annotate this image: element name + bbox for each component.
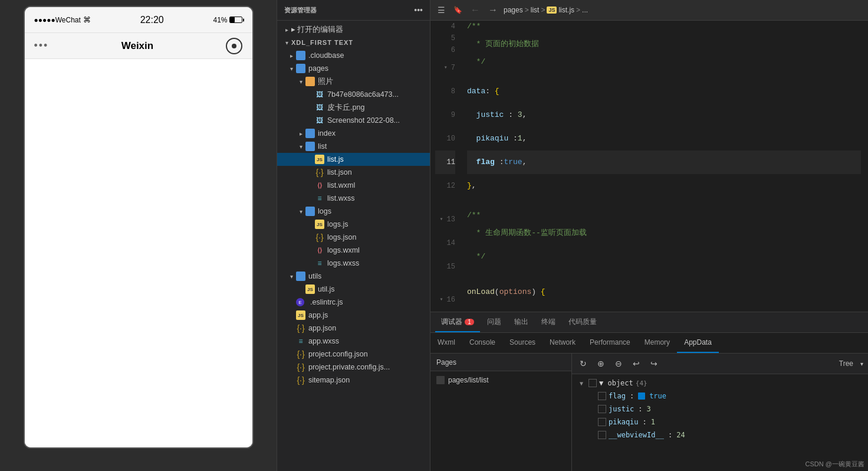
line-num-empty1 xyxy=(435,198,455,208)
tree-item-logswxss[interactable]: ≡ logs.wxss xyxy=(277,257,430,270)
chevron-icon xyxy=(296,207,305,216)
tree-item-logswxml[interactable]: ⟨⟩ logs.wxml xyxy=(277,244,430,257)
file-label: .eslintrc.js xyxy=(310,298,430,306)
data-row-justic: justic : 3 xyxy=(572,403,868,416)
dropdown-arrow[interactable]: ▾ xyxy=(860,361,863,367)
fold-arrow[interactable]: ▾ xyxy=(444,56,448,80)
fold-arrow[interactable]: ▾ xyxy=(440,208,443,231)
project-root[interactable]: XDL_FIRST TEXT xyxy=(277,36,430,49)
spacer xyxy=(305,155,315,164)
tree-item-photos[interactable]: 照片 xyxy=(277,75,430,88)
tree-item-projectconfig[interactable]: {·} project.config.json xyxy=(277,348,430,361)
tab-network[interactable]: Network xyxy=(542,333,583,353)
open-editors-section[interactable]: ▸ 打开的编辑器 xyxy=(277,23,430,36)
code-line-9: justic : 3, xyxy=(467,103,861,127)
expand-btn[interactable]: ⊕ xyxy=(594,357,607,370)
tree-item-appwxss[interactable]: ≡ app.wxss xyxy=(277,335,430,348)
code-editor[interactable]: 4 5 6 ▾7 8 9 10 11 12 ▾13 14 15 ▾16 xyxy=(430,21,868,312)
tab-memory[interactable]: Memory xyxy=(637,333,677,353)
tree-item-list[interactable]: list xyxy=(277,140,430,153)
tree-item-img3[interactable]: 🖼 Screenshot 2022-08... xyxy=(277,114,430,127)
tree-item-img2[interactable]: 🖼 皮卡丘.png xyxy=(277,101,430,114)
code-content[interactable]: /** * 页面的初始数据 */ data: { jus xyxy=(460,21,868,312)
tree-item-utils[interactable]: utils xyxy=(277,270,430,283)
expand-object-icon[interactable]: ▼ xyxy=(577,378,586,388)
right-panel: ☰ 🔖 ← → pages > list > JS list.js > ... … xyxy=(430,0,868,471)
code-text: */ xyxy=(467,56,485,68)
tree-item-index[interactable]: index xyxy=(277,127,430,140)
tree-item-logsjs[interactable]: JS logs.js xyxy=(277,218,430,231)
spacer xyxy=(305,116,315,125)
tab-output-label: 输出 xyxy=(514,317,528,327)
checkbox-webviewid[interactable] xyxy=(598,431,606,439)
breadcrumb-sep2: > xyxy=(541,6,545,14)
nav-forward-btn[interactable]: → xyxy=(486,4,500,17)
tree-item-pages[interactable]: pages xyxy=(277,62,430,75)
wxml-icon: ⟨⟩ xyxy=(315,181,324,190)
tree-item-projectprivate[interactable]: {·} project.private.config.js... xyxy=(277,361,430,374)
folder-icon xyxy=(305,207,315,216)
eslint-icon: E xyxy=(296,298,304,306)
json-icon: {·} xyxy=(296,362,305,372)
pages-item-list[interactable]: pages/list/list xyxy=(430,371,571,389)
undo-btn[interactable]: ↩ xyxy=(630,357,643,370)
chevron-icon xyxy=(287,272,296,281)
code-text xyxy=(467,109,476,121)
pages-item-label: pages/list/list xyxy=(448,376,489,384)
tree-item-appjson[interactable]: {·} app.json xyxy=(277,322,430,335)
refresh-btn[interactable]: ↻ xyxy=(577,357,590,370)
tab-appdata[interactable]: AppData xyxy=(677,333,719,353)
tab-performance[interactable]: Performance xyxy=(583,333,637,353)
file-label: .cloudbase xyxy=(308,51,430,60)
tab-code-quality-label: 代码质量 xyxy=(568,317,597,327)
tab-terminal[interactable]: 终端 xyxy=(535,312,561,332)
tree-item-eslint[interactable]: E .eslintrc.js xyxy=(277,296,430,309)
tab-console[interactable]: Console xyxy=(462,333,502,353)
appdata-toolbar: ↻ ⊕ ⊖ ↩ ↪ Tree ▾ xyxy=(572,354,868,374)
tab-issues[interactable]: 问题 xyxy=(481,312,507,332)
fold-arrow[interactable]: ▾ xyxy=(440,288,443,312)
tree-item-logs[interactable]: logs xyxy=(277,205,430,218)
checkbox-justic[interactable] xyxy=(598,405,606,413)
checkbox-flag[interactable] xyxy=(598,392,606,400)
explorer-menu-btn[interactable]: ••• xyxy=(414,5,423,15)
code-line-14: * 生命周期函数--监听页面加载 xyxy=(467,221,861,245)
tree-item-listjson[interactable]: {·} list.json xyxy=(277,166,430,179)
checkbox-object[interactable] xyxy=(588,379,597,387)
line-num-empty2 xyxy=(435,279,455,289)
tree-item-listjs[interactable]: JS list.js xyxy=(277,153,430,166)
hamburger-btn[interactable]: ☰ xyxy=(438,5,445,15)
redo-btn[interactable]: ↪ xyxy=(647,357,660,370)
tab-debugger-label: 调试器 xyxy=(441,317,462,327)
code-text: , xyxy=(522,133,527,145)
tab-wxml[interactable]: Wxml xyxy=(430,333,462,353)
spacer xyxy=(287,336,296,346)
tab-debugger[interactable]: 调试器 1 xyxy=(435,312,480,332)
code-line-5: * 页面的初始数据 xyxy=(467,32,861,56)
tree-item-listwxss[interactable]: ≡ list.wxss xyxy=(277,192,430,205)
js-icon: JS xyxy=(315,155,324,164)
tab-sources[interactable]: Sources xyxy=(502,333,542,353)
bookmark-btn[interactable]: 🔖 xyxy=(453,6,462,14)
tab-output[interactable]: 输出 xyxy=(508,312,534,332)
nav-circle-btn[interactable] xyxy=(226,38,242,54)
spacer xyxy=(305,181,315,190)
code-text: { xyxy=(495,86,499,97)
tab-wxml-label: Wxml xyxy=(438,338,455,346)
tree-item-cloudbase[interactable]: .cloudbase xyxy=(277,49,430,62)
tree-item-logsjson[interactable]: {·} logs.json xyxy=(277,231,430,244)
tree-item-appjs[interactable]: JS app.js xyxy=(277,309,430,322)
tree-item-img1[interactable]: 🖼 7b47e8086ac6a473... xyxy=(277,88,430,101)
nav-back-btn[interactable]: ← xyxy=(468,4,482,17)
tree-item-sitemap[interactable]: {·} sitemap.json xyxy=(277,374,430,387)
tree-item-utiljs[interactable]: JS util.js xyxy=(277,283,430,296)
nav-menu-dots[interactable]: ••• xyxy=(34,40,49,52)
code-text: * 页面的初始数据 xyxy=(467,38,539,50)
tab-code-quality[interactable]: 代码质量 xyxy=(563,312,603,332)
chevron-icon xyxy=(282,25,291,34)
spacer xyxy=(296,284,305,294)
checkbox-pikaqiu[interactable] xyxy=(598,418,606,426)
collapse-btn[interactable]: ⊖ xyxy=(612,357,625,370)
tree-item-listwxml[interactable]: ⟨⟩ list.wxml xyxy=(277,179,430,192)
breadcrumb-path: pages > list > JS list.js > ... xyxy=(504,6,588,14)
